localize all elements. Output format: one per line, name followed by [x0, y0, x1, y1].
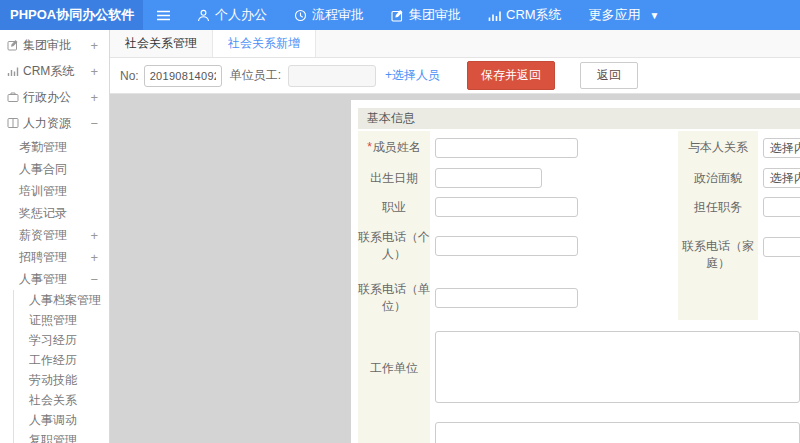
sidebar-item-label: 奖惩记录: [19, 205, 67, 222]
sidebar-item-label: 证照管理: [29, 312, 77, 329]
sidebar-item-social-relations[interactable]: 社会关系: [14, 390, 109, 410]
sidebar-item-admin-office[interactable]: 行政办公 +: [0, 84, 109, 110]
app-logo: PHPOA协同办公软件: [0, 0, 143, 30]
sidebar-item-label: CRM系统: [23, 63, 74, 80]
sidebar-item-rewards[interactable]: 奖惩记录: [0, 202, 109, 224]
bar-chart-icon: [7, 65, 19, 77]
save-and-return-button[interactable]: 保存并返回: [467, 61, 555, 90]
field-label-text: 担任职务: [694, 199, 742, 216]
field-label-text: 职业: [382, 199, 406, 216]
nav-label: 流程审批: [312, 6, 364, 24]
expand-plus-icon[interactable]: +: [90, 228, 98, 243]
sidebar-item-labor-skills[interactable]: 劳动技能: [14, 370, 109, 390]
field-label-text: 联系电话（家庭）: [678, 238, 758, 272]
sidebar-item-reinstatement[interactable]: 复职管理: [14, 430, 109, 443]
form-row-occupation: 职业: [358, 192, 678, 222]
field-label: [358, 409, 430, 443]
sidebar-item-recruiting[interactable]: 招聘管理+: [0, 246, 109, 268]
tab-social-relations-new[interactable]: 社会关系新增: [213, 30, 316, 57]
no-label: No:: [120, 69, 139, 83]
sidebar-item-label: 人事合同: [19, 161, 67, 178]
employee-label: 单位员工:: [230, 67, 281, 84]
field-label: 与本人关系: [678, 131, 758, 164]
approval-edit-icon: [7, 39, 19, 51]
position-input[interactable]: [763, 197, 800, 217]
sidebar-item-personnel-files[interactable]: 人事档案管理: [14, 290, 109, 310]
sidebar-item-label: 人力资源: [23, 115, 71, 132]
nav-group-approval[interactable]: 集团审批: [391, 6, 461, 24]
sidebar-item-label: 行政办公: [23, 89, 71, 106]
section-title: 基本信息: [358, 108, 800, 129]
extra-textarea[interactable]: [435, 422, 800, 443]
form-panel: 基本信息 *成员姓名 出生日期 职业 联系电话（个人） 联系电话（单位）: [351, 100, 800, 443]
sidebar-item-label: 培训管理: [19, 183, 67, 200]
field-label: 工作单位: [358, 327, 430, 409]
expand-plus-icon[interactable]: +: [90, 90, 98, 105]
tab-social-relations-mgmt[interactable]: 社会关系管理: [110, 30, 213, 57]
employee-input[interactable]: [288, 65, 376, 87]
form-row-phone-work: 联系电话（单位）: [358, 269, 678, 327]
sidebar-item-certificates[interactable]: 证照管理: [14, 310, 109, 330]
form-body: *成员姓名 出生日期 职业 联系电话（个人） 联系电话（单位） 与本: [358, 131, 800, 327]
back-button[interactable]: 返回: [580, 62, 638, 89]
phone-family-input[interactable]: [763, 237, 800, 257]
briefcase-icon: [7, 91, 19, 103]
sidebar-item-personnel-transfer[interactable]: 人事调动: [14, 410, 109, 430]
field-label-text: 联系电话（单位）: [358, 281, 430, 315]
political-status-select[interactable]: 选择内容: [763, 168, 800, 188]
form-right-column: 与本人关系 选择内容 政治面貌 选择内容 担任职务 联系电话（家庭）: [678, 131, 800, 320]
sidebar-item-label: 人事管理: [19, 271, 67, 288]
form-row-member-name: *成员姓名: [358, 131, 678, 164]
sidebar-item-label: 社会关系: [29, 392, 77, 409]
sidebar-item-personnel-mgmt[interactable]: 人事管理−: [0, 268, 109, 290]
sidebar-item-label: 劳动技能: [29, 372, 77, 389]
sidebar: 集团审批 + CRM系统 + 行政办公 + 人力资源 − 考勤管理 人事合同 培…: [0, 30, 110, 443]
sidebar-item-label: 人事档案管理: [29, 292, 101, 309]
sidebar-item-label: 复职管理: [29, 432, 77, 443]
member-name-input[interactable]: [435, 138, 578, 158]
nav-label: 更多应用: [589, 6, 641, 24]
expand-minus-icon[interactable]: −: [90, 116, 98, 131]
nav-process-approval[interactable]: 流程审批: [294, 6, 364, 24]
phone-personal-input[interactable]: [435, 236, 578, 256]
field-label: 联系电话（单位）: [358, 269, 430, 327]
form-row-work-unit: 工作单位: [358, 327, 800, 409]
sidebar-item-crm-system[interactable]: CRM系统 +: [0, 58, 109, 84]
nav-crm-system[interactable]: CRM系统: [488, 6, 562, 24]
expand-plus-icon[interactable]: +: [90, 64, 98, 79]
relation-select[interactable]: 选择内容: [763, 138, 800, 158]
sidebar-item-human-resources[interactable]: 人力资源 −: [0, 110, 109, 136]
field-label: 联系电话（个人）: [358, 222, 430, 269]
field-label: 职业: [358, 192, 430, 222]
top-navigation: 个人办公 流程审批 集团审批 CRM系统 更多应用 ▼: [197, 6, 660, 24]
sidebar-item-training[interactable]: 培训管理: [0, 180, 109, 202]
sidebar-item-label: 集团审批: [23, 37, 71, 54]
phone-work-input[interactable]: [435, 288, 578, 308]
expand-plus-icon[interactable]: +: [90, 250, 98, 265]
select-person-link[interactable]: +选择人员: [385, 67, 440, 84]
field-label: 政治面貌: [678, 164, 758, 192]
occupation-input[interactable]: [435, 197, 578, 217]
no-input[interactable]: [144, 65, 222, 87]
sidebar-item-hr-contract[interactable]: 人事合同: [0, 158, 109, 180]
expand-minus-icon[interactable]: −: [90, 272, 98, 287]
form-row-extra: [358, 409, 800, 443]
sidebar-item-education-history[interactable]: 学习经历: [14, 330, 109, 350]
field-label-text: 工作单位: [370, 360, 418, 377]
birth-date-input[interactable]: [435, 168, 542, 188]
hamburger-icon: [156, 9, 171, 22]
sidebar-item-work-history[interactable]: 工作经历: [14, 350, 109, 370]
nav-more-apps[interactable]: 更多应用 ▼: [589, 6, 660, 24]
sidebar-item-group-approval[interactable]: 集团审批 +: [0, 32, 109, 58]
field-label-text: 成员姓名: [373, 140, 421, 154]
nav-personal-office[interactable]: 个人办公: [197, 6, 267, 24]
sidebar-item-attendance[interactable]: 考勤管理: [0, 136, 109, 158]
expand-plus-icon[interactable]: +: [90, 38, 98, 53]
field-label-text: 政治面貌: [694, 170, 742, 187]
form-left-column: *成员姓名 出生日期 职业 联系电话（个人） 联系电话（单位）: [358, 131, 678, 327]
sidebar-item-salary[interactable]: 薪资管理+: [0, 224, 109, 246]
field-label-text: 联系电话（个人）: [358, 229, 430, 263]
hamburger-menu-button[interactable]: [156, 9, 171, 22]
field-label-text: 与本人关系: [688, 139, 748, 156]
work-unit-textarea[interactable]: [435, 331, 800, 403]
